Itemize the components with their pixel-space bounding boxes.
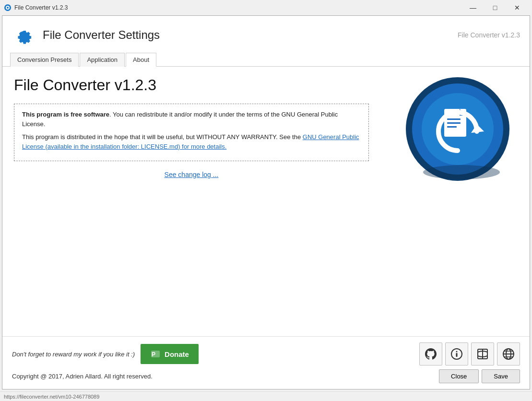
- svg-text:P: P: [152, 351, 155, 358]
- docs-button[interactable]: [471, 342, 494, 366]
- changelog-link[interactable]: See change log ...: [14, 171, 369, 178]
- tab-bar: Conversion Presets Application About: [2, 52, 530, 67]
- settings-gear-icon: [12, 24, 35, 47]
- title-bar-controls: — □ ✕: [462, 0, 528, 15]
- close-button-footer[interactable]: Close: [439, 369, 479, 383]
- footer-buttons: Close Save: [439, 369, 520, 383]
- github-button[interactable]: [419, 342, 442, 366]
- donate-button[interactable]: P Donate: [141, 344, 199, 364]
- app-logo: [405, 76, 510, 182]
- donate-icon: P: [150, 349, 161, 359]
- icon-buttons: [419, 342, 520, 366]
- svg-point-16: [456, 351, 458, 353]
- tab-application[interactable]: Application: [80, 53, 125, 67]
- license-bold: This program is free software: [22, 111, 109, 118]
- web-button[interactable]: [497, 342, 520, 366]
- license-text-2: This program is distributed in the hope …: [22, 132, 361, 151]
- footer: Don't forget to reward my work if you li…: [2, 336, 530, 389]
- info-icon: [450, 347, 463, 361]
- minimize-button[interactable]: —: [462, 0, 484, 15]
- footer-bottom: Copyright @ 2017, Adrien Allard. All rig…: [12, 369, 520, 383]
- title-bar: File Converter v1.2.3 — □ ✕: [0, 0, 532, 15]
- save-button[interactable]: Save: [482, 369, 520, 383]
- url-bar: https://fileconverter.net/vm10-246778089: [0, 391, 532, 401]
- web-icon: [502, 347, 515, 361]
- url-text: https://fileconverter.net/vm10-246778089: [4, 394, 99, 400]
- docs-icon: [476, 347, 489, 361]
- svg-point-2: [7, 7, 9, 9]
- github-icon: [424, 347, 437, 361]
- header-version: File Converter v1.2.3: [458, 31, 520, 39]
- header-left: File Converter Settings: [12, 24, 160, 47]
- title-bar-text: File Converter v1.2.3: [14, 4, 462, 11]
- license-text-1: This program is free software. You can r…: [22, 110, 361, 129]
- svg-rect-9: [447, 122, 461, 124]
- info-button[interactable]: [445, 342, 468, 366]
- donate-area: Don't forget to reward my work if you li…: [12, 344, 199, 364]
- svg-rect-10: [447, 126, 457, 128]
- donate-prompt: Don't forget to reward my work if you li…: [12, 351, 135, 358]
- tab-conversion-presets[interactable]: Conversion Presets: [10, 53, 79, 67]
- maximize-button[interactable]: □: [484, 0, 506, 15]
- footer-top: Don't forget to reward my work if you li…: [12, 342, 520, 366]
- main-window: File Converter Settings File Converter v…: [2, 15, 530, 389]
- header-title: File Converter Settings: [43, 28, 160, 42]
- header: File Converter Settings File Converter v…: [2, 16, 530, 52]
- app-icon: [4, 4, 12, 12]
- svg-rect-8: [447, 118, 461, 120]
- svg-point-12: [423, 165, 500, 179]
- copyright: Copyright @ 2017, Adrien Allard. All rig…: [12, 373, 153, 380]
- license-box: This program is free software. You can r…: [14, 104, 369, 161]
- svg-rect-17: [456, 353, 458, 357]
- content-area: File Converter v1.2.3 This program is fr…: [2, 67, 530, 336]
- tab-about[interactable]: About: [126, 53, 156, 67]
- close-button[interactable]: ✕: [506, 0, 528, 15]
- app-logo-container: [405, 76, 510, 182]
